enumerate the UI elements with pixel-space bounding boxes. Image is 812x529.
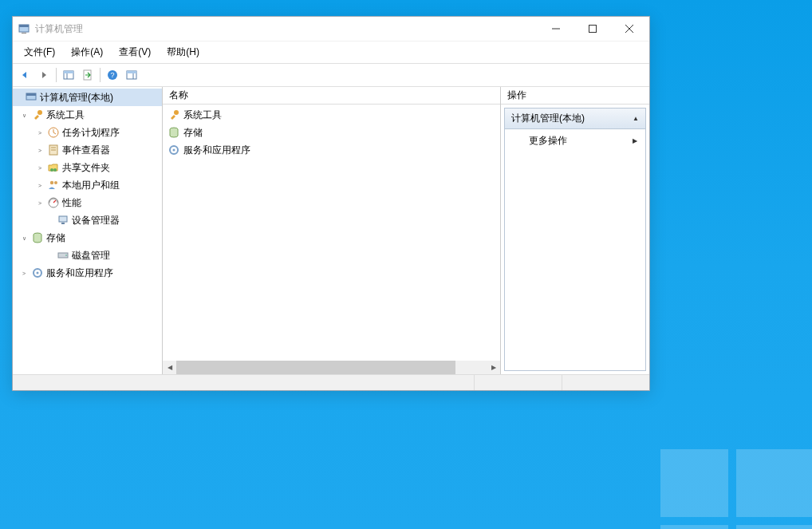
actions-panel-header: 操作 <box>501 87 649 105</box>
back-button[interactable] <box>16 66 34 84</box>
tree-twisty-closed[interactable]: > <box>35 165 45 171</box>
submenu-arrow-icon: ▶ <box>633 137 637 144</box>
shared-folder-icon <box>47 161 60 174</box>
actions-section-title: 计算机管理(本地) <box>511 112 585 125</box>
disk-icon <box>57 249 69 262</box>
desktop-windows-logo <box>652 369 812 529</box>
tree-node-root[interactable]: 计算机管理(本地) <box>13 89 162 106</box>
svg-rect-28 <box>59 216 67 222</box>
tree-twisty-open[interactable]: ∨ <box>19 235 29 241</box>
horizontal-scrollbar[interactable]: ◀ ▶ <box>163 361 500 374</box>
performance-icon <box>47 196 60 209</box>
result-list-panel: 名称 系统工具 存储 <box>163 87 501 374</box>
show-hide-action-pane-button[interactable] <box>123 66 140 84</box>
tree-node-disk-management[interactable]: 磁盘管理 <box>13 247 162 264</box>
svg-point-25 <box>50 181 53 184</box>
list-area[interactable]: 系统工具 存储 服务和应用程序 <box>163 105 500 361</box>
list-item-services-apps[interactable]: 服务和应用程序 <box>163 141 500 159</box>
minimize-button[interactable] <box>538 17 574 41</box>
menu-file[interactable]: 文件(F) <box>16 43 63 61</box>
scroll-right-button[interactable]: ▶ <box>487 361 500 374</box>
storage-icon <box>31 231 44 244</box>
tree-node-shared-folders[interactable]: > 共享文件夹 <box>13 159 162 176</box>
tree-label: 本地用户和组 <box>62 179 120 192</box>
content-area: 计算机管理(本地) ∨ 系统工具 > 任务计划程序 > <box>13 87 649 374</box>
tree-label: 设备管理器 <box>72 214 120 227</box>
scroll-track[interactable] <box>176 361 487 374</box>
show-hide-tree-button[interactable] <box>60 66 77 84</box>
tree-node-performance[interactable]: > 性能 <box>13 194 162 211</box>
tree-twisty-closed[interactable]: > <box>35 148 45 153</box>
users-icon <box>47 179 60 191</box>
services-icon <box>31 266 44 279</box>
tree-node-task-scheduler[interactable]: > 任务计划程序 <box>13 124 162 141</box>
actions-more-actions[interactable]: 更多操作 ▶ <box>505 129 645 152</box>
storage-icon <box>168 126 180 139</box>
actions-panel: 操作 计算机管理(本地) ▲ 更多操作 ▶ <box>501 87 649 374</box>
list-item-label: 系统工具 <box>183 109 222 122</box>
event-log-icon <box>47 144 60 156</box>
svg-rect-8 <box>64 71 73 73</box>
svg-point-24 <box>53 168 57 172</box>
tree-node-local-users[interactable]: > 本地用户和组 <box>13 176 162 194</box>
device-icon <box>57 214 69 227</box>
tree-twisty-closed[interactable]: > <box>35 130 45 136</box>
svg-point-18 <box>37 110 42 115</box>
tree-node-system-tools[interactable]: ∨ 系统工具 <box>13 106 162 124</box>
tree-node-services-apps[interactable]: > 服务和应用程序 <box>13 264 162 282</box>
tools-icon <box>31 109 44 121</box>
actions-header-label: 操作 <box>507 89 526 102</box>
menubar: 文件(F) 操作(A) 查看(V) 帮助(H) <box>13 41 649 64</box>
app-icon <box>18 22 30 35</box>
tree-node-storage[interactable]: ∨ 存储 <box>13 229 162 247</box>
list-item-label: 服务和应用程序 <box>183 144 250 157</box>
tree-node-device-manager[interactable]: 设备管理器 <box>13 211 162 229</box>
svg-rect-29 <box>61 223 65 224</box>
tools-icon <box>168 109 180 121</box>
list-item-storage[interactable]: 存储 <box>163 124 500 141</box>
console-tree-panel[interactable]: 计算机管理(本地) ∨ 系统工具 > 任务计划程序 > <box>13 87 163 374</box>
tree-label: 存储 <box>46 231 65 245</box>
list-item-system-tools[interactable]: 系统工具 <box>163 106 500 124</box>
tree-label: 共享文件夹 <box>62 161 110 175</box>
actions-body: 计算机管理(本地) ▲ 更多操作 ▶ <box>504 108 646 371</box>
titlebar[interactable]: 计算机管理 <box>13 17 649 41</box>
tree-label: 性能 <box>62 196 81 210</box>
tree-label: 计算机管理(本地) <box>40 91 113 105</box>
forward-button[interactable] <box>35 66 53 84</box>
svg-text:?: ? <box>110 71 114 79</box>
scroll-thumb[interactable] <box>176 361 455 374</box>
maximize-button[interactable] <box>574 17 611 41</box>
svg-point-32 <box>65 255 67 256</box>
svg-point-35 <box>174 110 179 115</box>
tree-twisty-closed[interactable]: > <box>19 270 29 276</box>
column-header-name[interactable]: 名称 <box>163 87 500 105</box>
scroll-left-button[interactable]: ◀ <box>163 361 176 374</box>
svg-point-34 <box>37 272 39 274</box>
menu-action[interactable]: 操作(A) <box>63 43 111 61</box>
close-button[interactable] <box>611 17 648 41</box>
toolbar-separator <box>100 68 101 82</box>
svg-point-26 <box>54 181 57 184</box>
export-button[interactable] <box>79 66 97 84</box>
menu-view[interactable]: 查看(V) <box>111 43 159 61</box>
svg-rect-2 <box>22 33 26 34</box>
window-title: 计算机管理 <box>35 22 538 36</box>
toolbar: ? <box>13 64 649 87</box>
tree-label: 磁盘管理 <box>72 249 110 263</box>
tree-twisty-open[interactable]: ∨ <box>19 113 29 118</box>
tree-twisty-closed[interactable]: > <box>35 183 45 188</box>
collapse-arrow-icon[interactable]: ▲ <box>633 115 639 122</box>
menu-help[interactable]: 帮助(H) <box>159 43 207 61</box>
statusbar <box>13 374 649 390</box>
svg-point-38 <box>173 149 175 152</box>
actions-section-header[interactable]: 计算机管理(本地) ▲ <box>505 109 645 129</box>
list-item-label: 存储 <box>183 126 203 140</box>
help-button[interactable]: ? <box>104 66 121 84</box>
svg-rect-14 <box>127 71 136 73</box>
tree-node-event-viewer[interactable]: > 事件查看器 <box>13 141 162 159</box>
status-cell <box>562 375 649 390</box>
svg-point-23 <box>50 168 53 172</box>
computer-management-window: 计算机管理 文件(F) 操作(A) 查看(V) 帮助(H) <box>12 16 650 391</box>
tree-twisty-closed[interactable]: > <box>35 200 45 206</box>
